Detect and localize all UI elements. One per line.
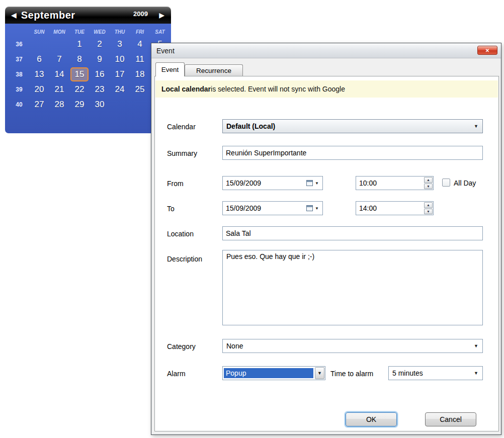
sync-notice: Local calendar is selected. Event will n… xyxy=(155,80,498,98)
calendar-field-label: Calendar xyxy=(167,123,196,131)
dialog-titlebar[interactable]: Event ✕ xyxy=(151,43,501,58)
event-dialog: Event ✕ Event Recurrence Local calendar … xyxy=(151,43,501,435)
description-label: Description xyxy=(167,255,202,263)
calendar-header: ◀ September 2009 ▶ xyxy=(5,7,171,24)
to-date-field: ▼ xyxy=(222,201,323,215)
calendar-day[interactable]: 21 xyxy=(49,84,69,95)
event-tab-page: Local calendar is selected. Event will n… xyxy=(154,76,499,431)
day-header: SAT xyxy=(150,29,170,35)
from-date-field: ▼ xyxy=(222,176,323,190)
calendar-week-row: 40 27 28 29 30 xyxy=(5,97,171,112)
calendar-day-selected[interactable]: 15 xyxy=(70,67,89,81)
to-time-input[interactable] xyxy=(356,204,424,212)
time-to-alarm-select[interactable]: 5 minutes ▼ xyxy=(388,366,483,380)
calendar-day[interactable]: 14 xyxy=(49,69,69,79)
calendar-month-title: September xyxy=(21,10,75,21)
calendar-day[interactable]: 30 xyxy=(90,100,110,110)
spin-down-icon[interactable]: ▼ xyxy=(424,184,433,190)
calendar-day[interactable]: 2 xyxy=(90,39,110,49)
calendar-select-value: Default (Local) xyxy=(223,122,275,130)
date-picker-icon xyxy=(306,205,313,211)
calendar-day[interactable]: 24 xyxy=(110,84,130,95)
all-day-checkbox[interactable] xyxy=(442,179,450,187)
spin-up-icon[interactable]: ▲ xyxy=(424,202,433,208)
location-label: Location xyxy=(167,230,194,238)
spin-up-icon[interactable]: ▲ xyxy=(424,177,433,183)
to-date-input[interactable] xyxy=(223,204,306,212)
to-time-spinner: ▲ ▼ xyxy=(424,202,433,214)
calendar-day-headers: SUN MON TUE WED THU FRI SAT xyxy=(5,27,171,37)
category-select-value: None xyxy=(223,342,243,350)
calendar-day[interactable]: 13 xyxy=(29,69,49,79)
calendar-day[interactable]: 23 xyxy=(90,84,110,95)
calendar-week-row: 37 6 7 8 9 10 11 12 xyxy=(5,52,171,67)
location-field xyxy=(222,226,483,240)
dropdown-arrow-button[interactable]: ▼ xyxy=(315,367,324,379)
dialog-title: Event xyxy=(156,47,175,55)
day-header: THU xyxy=(110,29,130,35)
calendar-select[interactable]: Default (Local) ▼ xyxy=(222,119,483,133)
dropdown-arrow-icon: ▼ xyxy=(474,371,478,376)
calendar-day[interactable]: 3 xyxy=(110,39,130,49)
calendar-grid: SUN MON TUE WED THU FRI SAT 36 1 2 3 4 5… xyxy=(5,24,171,133)
date-picker-arrow-icon: ▼ xyxy=(315,206,319,211)
week-number: 38 xyxy=(9,71,29,78)
ok-button[interactable]: OK xyxy=(346,412,397,426)
calendar-day[interactable]: 11 xyxy=(130,54,150,64)
day-header: FRI xyxy=(130,29,150,35)
spin-down-icon[interactable]: ▼ xyxy=(424,209,433,215)
day-header: MON xyxy=(49,29,69,35)
next-month-icon[interactable]: ▶ xyxy=(159,11,164,19)
week-number: 39 xyxy=(9,86,29,93)
calendar-day[interactable]: 20 xyxy=(29,84,49,95)
calendar-widget: ◀ September 2009 ▶ SUN MON TUE WED THU F… xyxy=(5,7,171,133)
date-picker-icon xyxy=(306,180,313,186)
description-textarea[interactable]: Pues eso. Que hay que ir ;-) xyxy=(222,250,483,325)
category-label: Category xyxy=(167,342,196,351)
calendar-day[interactable]: 29 xyxy=(69,100,90,110)
calendar-day[interactable]: 8 xyxy=(69,54,90,64)
calendar-day[interactable]: 17 xyxy=(110,69,130,79)
alarm-select[interactable]: Popup ▼ xyxy=(222,366,325,380)
calendar-day[interactable]: 25 xyxy=(130,84,150,95)
from-date-picker[interactable]: ▼ xyxy=(306,180,322,186)
calendar-week-row: 39 20 21 22 23 24 25 26 xyxy=(5,82,171,97)
calendar-day[interactable]: 6 xyxy=(29,54,49,64)
notice-calendar-name: Local calendar xyxy=(161,85,211,93)
calendar-day[interactable]: 4 xyxy=(130,39,150,49)
tab-recurrence[interactable]: Recurrence xyxy=(185,64,243,76)
alarm-label: Alarm xyxy=(167,370,186,378)
calendar-day[interactable]: 9 xyxy=(90,54,110,64)
calendar-day[interactable]: 16 xyxy=(90,69,110,79)
calendar-day[interactable]: 27 xyxy=(29,100,49,110)
dropdown-arrow-icon: ▼ xyxy=(474,343,478,348)
week-number: 40 xyxy=(9,101,29,108)
date-picker-arrow-icon: ▼ xyxy=(315,181,319,186)
close-button[interactable]: ✕ xyxy=(477,46,497,55)
summary-input[interactable] xyxy=(223,149,482,157)
prev-month-icon[interactable]: ◀ xyxy=(11,11,17,19)
calendar-day[interactable]: 10 xyxy=(110,54,130,64)
from-label: From xyxy=(167,180,184,188)
day-header: SUN xyxy=(29,29,49,35)
to-date-picker[interactable]: ▼ xyxy=(306,205,322,211)
calendar-day[interactable]: 18 xyxy=(130,69,150,79)
week-number: 37 xyxy=(9,56,29,63)
from-time-spinner: ▲ ▼ xyxy=(424,177,433,189)
calendar-day[interactable]: 7 xyxy=(49,54,69,64)
calendar-week-row: 36 1 2 3 4 5 xyxy=(5,37,171,52)
from-date-input[interactable] xyxy=(223,179,306,187)
calendar-day[interactable]: 1 xyxy=(69,39,90,49)
calendar-day[interactable]: 28 xyxy=(49,100,69,110)
cancel-button[interactable]: Cancel xyxy=(425,412,476,426)
from-time-input[interactable] xyxy=(356,179,424,187)
tab-event[interactable]: Event xyxy=(155,62,185,76)
category-select[interactable]: None ▼ xyxy=(222,339,483,353)
notice-text: is selected. Event will not sync with Go… xyxy=(211,85,345,93)
location-input[interactable] xyxy=(223,229,482,237)
all-day-label: All Day xyxy=(454,179,476,187)
time-to-alarm-label: Time to alarm xyxy=(330,370,373,378)
time-to-alarm-value: 5 minutes xyxy=(389,369,423,377)
to-time-field: ▲ ▼ xyxy=(356,201,434,215)
calendar-day[interactable]: 22 xyxy=(69,84,90,95)
